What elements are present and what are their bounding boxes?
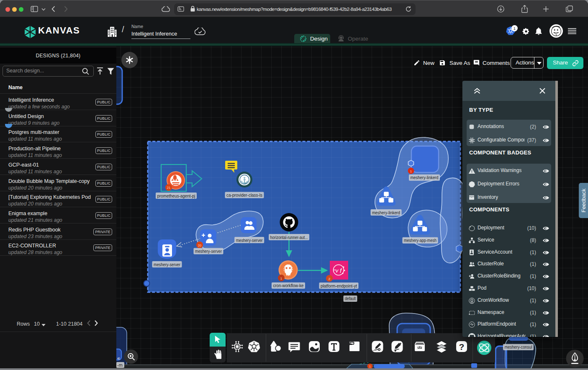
svg-text:⚓: ⚓ <box>241 177 249 184</box>
svg-text:meshery-server: meshery-server <box>154 262 180 267</box>
svg-text:21: 21 <box>167 186 170 190</box>
svg-text:2: 2 <box>329 277 331 281</box>
svg-text:meshery-server: meshery-server <box>236 238 263 243</box>
svg-text:cron-workflow-ke: cron-workflow-ke <box>273 283 304 288</box>
svg-text:meshery-consul: meshery-consul <box>505 344 532 349</box>
svg-text:20: 20 <box>198 244 201 247</box>
svg-text:ca-provider-class-ls: ca-provider-class-ls <box>226 193 262 198</box>
svg-text:horizontal-runner-aut...: horizontal-runner-aut... <box>270 235 308 240</box>
svg-text:meshery-server: meshery-server <box>195 249 222 254</box>
svg-text:?: ? <box>459 342 465 352</box>
svg-text:platform-endpoint-yt: platform-endpoint-yt <box>321 283 357 288</box>
svg-text:meshery-linkerd: meshery-linkerd <box>411 175 439 180</box>
svg-text:«: « <box>117 355 120 361</box>
svg-text:-m: -m <box>117 362 123 367</box>
svg-text:1: 1 <box>369 365 371 368</box>
svg-text:meshery-linkerd: meshery-linkerd <box>372 210 400 215</box>
svg-text:prometheus-agent-pj: prometheus-agent-pj <box>157 193 195 198</box>
svg-text:meshery-app-mesh: meshery-app-mesh <box>404 238 437 243</box>
svg-text:1: 1 <box>410 170 412 173</box>
svg-text:default: default <box>345 296 356 301</box>
svg-text:1: 1 <box>280 277 282 280</box>
